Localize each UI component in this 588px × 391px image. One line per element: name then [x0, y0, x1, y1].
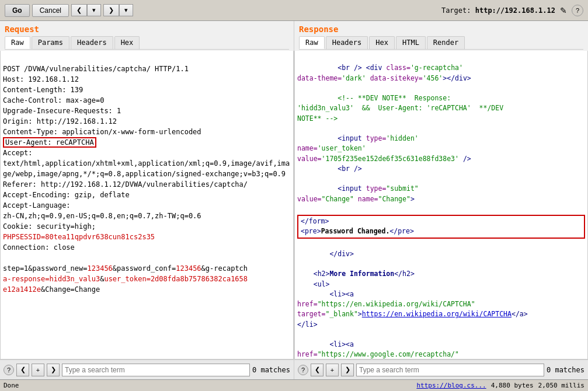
- request-content[interactable]: POST /DVWA/vulnerabilities/captcha/ HTTP…: [0, 51, 294, 359]
- search-bar-left: ? ❮ + ❯ 0 matches: [0, 359, 294, 379]
- tab-html-response[interactable]: HTML: [396, 36, 426, 49]
- resp-close2: >: [410, 195, 415, 203]
- target-label-text: Target:: [441, 6, 475, 15]
- resp-name1: name=: [297, 144, 318, 152]
- help-button[interactable]: ?: [572, 5, 583, 16]
- resp-valueval2: "Change": [322, 195, 354, 203]
- response-panel-header: Response Raw Headers Hex HTML Render: [294, 21, 588, 51]
- resp-nameval1: 'user_token': [318, 144, 366, 152]
- search-matches-left: 0 matches: [252, 366, 290, 374]
- response-tabs: Raw Headers Hex HTML Render: [299, 36, 583, 50]
- resp-input1: <input: [297, 134, 366, 142]
- resp-typeval2: "submit": [386, 184, 418, 193]
- resp-value2: value=: [297, 195, 322, 203]
- resp-type1: type=: [366, 134, 387, 142]
- resp-name2: name=: [354, 195, 378, 203]
- status-bytes: 4,880 bytes: [491, 382, 534, 389]
- resp-attr1: class=: [386, 64, 410, 72]
- resp-box-highlight: </form> <pre>Password Changed.</pre> </d…: [297, 205, 585, 258]
- nav-forward-dropdown-button[interactable]: ▾: [119, 4, 133, 16]
- nav-forward-group: ❯ ▾: [103, 4, 133, 16]
- tab-render-response[interactable]: Render: [427, 36, 465, 49]
- search-input-right[interactable]: [356, 364, 544, 376]
- resp-br2: <br />: [297, 165, 362, 173]
- request-line-1: POST /DVWA/vulnerabilities/captcha/ HTTP…: [3, 65, 201, 136]
- search-next-up-right[interactable]: +: [326, 364, 339, 376]
- toolbar: Go Cancel ❮ ▾ ❯ ▾ Target: http://192.168…: [0, 0, 588, 21]
- post-body: step=1&password_new=123456&password_conf…: [3, 264, 248, 273]
- resp-type2: type=: [366, 184, 387, 193]
- request-panel-title: Request: [5, 25, 289, 34]
- tab-hex-request[interactable]: Hex: [114, 36, 140, 49]
- target-label: Target: http://192.168.1.12: [441, 6, 555, 15]
- search-prev-left[interactable]: ❮: [16, 364, 29, 376]
- search-help-left[interactable]: ?: [4, 365, 14, 375]
- statusbar: Done https://blog.cs... 4,880 bytes 2,05…: [0, 379, 588, 391]
- search-next-left[interactable]: ❯: [47, 364, 60, 376]
- request-accept: Accept: text/html,application/xhtml+xml,…: [3, 149, 290, 231]
- nav-back-dropdown-button[interactable]: ▾: [87, 4, 101, 16]
- resp-li2: <li><a href="https://www.google.com/reca…: [297, 340, 528, 359]
- tab-hex-response[interactable]: Hex: [369, 36, 395, 49]
- connection: Connection: close: [3, 243, 75, 252]
- resp-typeval1: 'hidden': [386, 134, 418, 142]
- response-content[interactable]: <br /> <div class='g-recaptcha' data-the…: [294, 51, 588, 359]
- cancel-button[interactable]: Cancel: [32, 4, 69, 17]
- resp-val3: '456': [423, 74, 443, 82]
- tab-headers-request[interactable]: Headers: [71, 36, 113, 49]
- resp-nameval2: "Change": [378, 195, 410, 203]
- status-done: Done: [4, 382, 19, 389]
- resp-closediv: ></div>: [443, 74, 471, 82]
- tab-params-request[interactable]: Params: [32, 36, 69, 49]
- response-panel: Response Raw Headers Hex HTML Render <br…: [294, 21, 588, 379]
- search-input-left[interactable]: [62, 364, 250, 376]
- target-url: http://192.168.1.12: [475, 6, 555, 15]
- nav-forward-button[interactable]: ❯: [103, 4, 119, 16]
- tab-raw-response[interactable]: Raw: [299, 36, 325, 49]
- resp-h2: <h2>More Information</h2>: [297, 270, 415, 278]
- nav-back-button[interactable]: ❮: [71, 4, 87, 16]
- search-bar-right: ? ❮ + ❯ 0 matches: [294, 359, 588, 379]
- tab-raw-request[interactable]: Raw: [5, 36, 30, 49]
- nav-back-group: ❮ ▾: [71, 4, 101, 16]
- resp-close1: />: [459, 155, 471, 163]
- request-tabs: Raw Params Headers Hex: [5, 36, 289, 50]
- search-prev-right[interactable]: ❮: [311, 364, 323, 376]
- request-panel-header: Request Raw Params Headers Hex: [0, 21, 294, 51]
- search-matches-right: 0 matches: [547, 366, 584, 374]
- tab-headers-response[interactable]: Headers: [326, 36, 368, 49]
- go-button[interactable]: Go: [5, 4, 30, 17]
- search-help-right[interactable]: ?: [298, 365, 308, 375]
- phpsessid: PHPSESSID=80tea11qpdvr638cun81cs2s35: [3, 233, 155, 241]
- post-body-2: a-response=hidd3n_valu3: [3, 275, 100, 283]
- search-next-up-left[interactable]: +: [32, 364, 44, 376]
- response-line-br: <br /> <div: [297, 64, 386, 72]
- resp-attr3: data-sitekey=: [366, 74, 423, 82]
- status-right: https://blog.cs... 4,880 bytes 2,050 mil…: [416, 382, 584, 389]
- resp-val1: 'g-recaptcha': [410, 64, 463, 72]
- status-millis: 2,050 millis: [538, 382, 584, 389]
- resp-input2: <input: [297, 184, 366, 193]
- resp-ul: <ul>: [297, 280, 329, 288]
- status-url: https://blog.cs...: [416, 382, 486, 389]
- response-panel-title: Response: [299, 25, 583, 34]
- resp-li1: <li><a href="https://en.wikipedia.org/wi…: [297, 290, 528, 329]
- user-agent-highlighted: User-Agent: reCAPTCHA: [3, 137, 96, 148]
- resp-attr2: data-theme=: [297, 74, 342, 82]
- edit-target-button[interactable]: ✎: [558, 5, 569, 16]
- resp-valueval1: '1705f235ee152de6f35c631e88fd38e3': [322, 155, 459, 163]
- resp-value1: value=: [297, 155, 322, 163]
- resp-comment: <!-- **DEV NOTE** Response: 'hidd3n_valu…: [297, 94, 503, 123]
- resp-val2: 'dark': [342, 74, 366, 82]
- main-content: Request Raw Params Headers Hex POST /DVW…: [0, 21, 588, 379]
- search-next-right[interactable]: ❯: [341, 364, 354, 376]
- request-panel: Request Raw Params Headers Hex POST /DVW…: [0, 21, 294, 379]
